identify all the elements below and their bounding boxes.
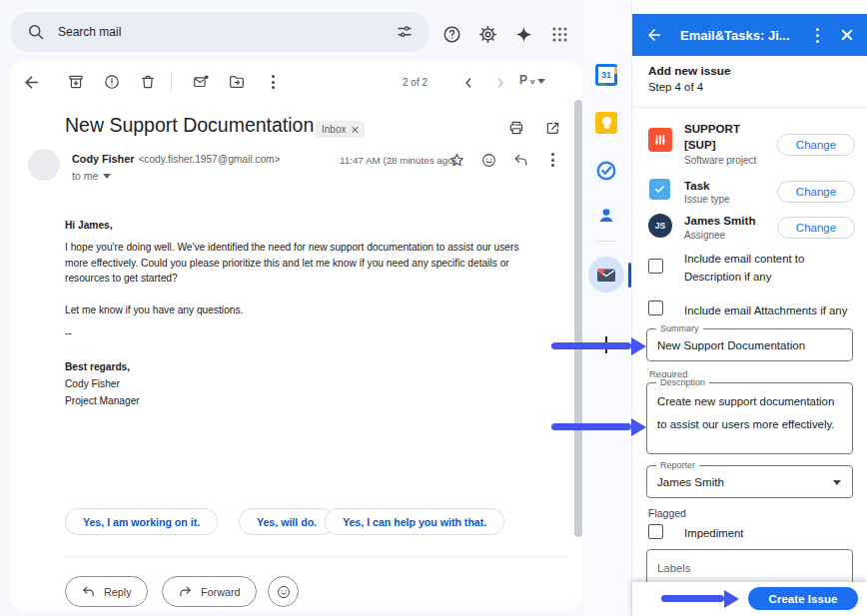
sender-email: <cody.fisher.1957@gmail.com> xyxy=(138,154,280,165)
move-to-folder-icon[interactable] xyxy=(226,71,248,93)
issue-type-name: Task xyxy=(684,178,710,194)
inbox-label-chip[interactable]: Inbox xyxy=(316,121,365,138)
strip-divider xyxy=(596,241,616,242)
archive-icon[interactable] xyxy=(65,71,87,93)
issue-type-sub: Issue type xyxy=(684,194,730,205)
pagination-counter: 2 of 2 xyxy=(403,77,428,88)
email-card: 2 of 2 P v New Support Documentation Inb… xyxy=(10,60,582,611)
sender-avatar[interactable] xyxy=(28,149,60,181)
panel-heading: Add new issue xyxy=(648,64,731,78)
help-icon[interactable] xyxy=(439,22,463,46)
search-options-icon[interactable] xyxy=(396,23,414,41)
open-in-new-icon[interactable] xyxy=(541,117,563,139)
change-project-button[interactable]: Change xyxy=(777,134,855,156)
recipient-dropdown[interactable]: to me xyxy=(72,170,111,182)
project-sub: Software project xyxy=(684,155,756,166)
forward-button[interactable]: Forward xyxy=(162,576,257,607)
email-scrollbar[interactable] xyxy=(574,100,582,537)
apps-grid-icon[interactable] xyxy=(547,22,571,46)
print-icon[interactable] xyxy=(505,117,527,139)
signature-line: Best regards, xyxy=(65,359,534,375)
dropdown-caret-icon xyxy=(833,480,841,485)
jira-addon-panel: Email&Tasks: Ji... Add new issue Step 4 … xyxy=(631,0,867,616)
back-arrow-icon[interactable] xyxy=(645,26,663,44)
mark-unread-icon[interactable] xyxy=(190,71,212,93)
description-field[interactable]: Description Create new support documenta… xyxy=(646,382,853,454)
reporter-select[interactable]: Reporter James Smith xyxy=(646,465,853,498)
add-emoji-button[interactable] xyxy=(268,576,299,607)
close-icon[interactable] xyxy=(840,28,854,42)
forward-arrow-icon xyxy=(178,584,193,599)
smart-reply-button[interactable]: Yes, will do. xyxy=(239,508,335,535)
summary-field[interactable]: Summary New Support Documentation xyxy=(646,328,853,361)
google-keep-icon[interactable] xyxy=(595,112,617,134)
email-paragraph: Let me know if you have any questions. xyxy=(65,303,534,318)
toolbar-divider xyxy=(171,73,172,91)
google-calendar-icon[interactable]: 31 xyxy=(595,64,617,86)
email-greeting: Hi James, xyxy=(65,218,534,234)
include-content-label: Include email content to Description if … xyxy=(684,251,862,286)
report-spam-icon[interactable] xyxy=(101,71,123,93)
annotation-arrow-summary xyxy=(551,342,631,349)
email-timestamp: 11:47 AM (28 minutes ago) xyxy=(340,155,456,166)
smart-reply-button[interactable]: Yes, I am working on it. xyxy=(65,508,218,535)
change-issue-type-button[interactable]: Change xyxy=(777,181,855,203)
smiley-icon xyxy=(276,584,292,600)
reading-pane-toggle[interactable]: P v xyxy=(519,74,545,86)
impediment-label: Impediment xyxy=(684,525,744,543)
include-content-checkbox[interactable] xyxy=(648,259,663,274)
signature-separator: -- xyxy=(65,325,534,341)
remove-label-icon[interactable] xyxy=(351,126,359,134)
addon-header: Email&Tasks: Ji... xyxy=(632,14,867,56)
reporter-select-label: Reporter xyxy=(656,460,699,470)
search-placeholder: Search mail xyxy=(58,25,121,39)
summary-field-label: Summary xyxy=(656,323,703,333)
description-field-label: Description xyxy=(656,377,709,387)
reply-button[interactable]: Reply xyxy=(65,576,148,607)
search-input[interactable]: Search mail xyxy=(10,12,430,52)
flagged-label: Flagged xyxy=(648,507,686,519)
email-tasks-addon-icon[interactable] xyxy=(588,257,624,293)
email-paragraph: I hope you're doing well. We've identifi… xyxy=(65,240,534,287)
project-icon xyxy=(648,128,672,152)
signature-line: Project Manager xyxy=(65,393,534,409)
star-icon[interactable] xyxy=(446,150,466,170)
assignee-name: James Smith xyxy=(684,213,756,229)
include-attachments-checkbox[interactable] xyxy=(648,301,663,315)
create-issue-button[interactable]: Create Issue xyxy=(748,587,858,610)
assignee-sub: Assignee xyxy=(684,230,725,241)
smart-reply-button[interactable]: Yes, I can help you with that. xyxy=(325,508,504,535)
newer-email-chevron-icon[interactable] xyxy=(457,72,479,94)
step-indicator: Step 4 of 4 xyxy=(648,81,703,93)
gemini-sparkle-icon[interactable] xyxy=(511,22,535,46)
reply-arrow-icon[interactable] xyxy=(510,150,530,170)
emoji-reaction-icon[interactable] xyxy=(478,150,498,170)
chevron-down-icon xyxy=(103,174,111,179)
older-email-chevron-icon[interactable] xyxy=(489,72,511,94)
sender-name: Cody Fisher xyxy=(72,153,134,165)
project-name: SUPPORT [SUP] xyxy=(684,121,748,152)
addon-title: Email&Tasks: Ji... xyxy=(680,28,790,43)
change-assignee-button[interactable]: Change xyxy=(777,217,855,239)
panel-divider xyxy=(632,107,867,108)
email-subject: New Support Documentation xyxy=(65,114,314,137)
annotation-arrow-description xyxy=(551,423,631,430)
google-contacts-icon[interactable] xyxy=(595,205,617,227)
settings-gear-icon[interactable] xyxy=(475,22,499,46)
issue-type-icon xyxy=(649,179,670,200)
search-icon[interactable] xyxy=(26,22,46,42)
addon-more-icon[interactable] xyxy=(810,28,824,43)
signature-line: Cody Fisher xyxy=(65,376,534,392)
more-options-icon[interactable] xyxy=(262,71,284,93)
message-more-icon[interactable] xyxy=(542,150,562,170)
annotation-arrow-create-issue xyxy=(661,595,724,602)
back-arrow-icon[interactable] xyxy=(20,71,42,93)
delete-trash-icon[interactable] xyxy=(137,71,159,93)
assignee-avatar: JS xyxy=(648,214,672,238)
impediment-checkbox[interactable] xyxy=(648,524,663,539)
description-field-value: Create new support documentation to assi… xyxy=(647,383,852,435)
side-panel-strip: 31 xyxy=(582,0,631,616)
chevron-down-icon xyxy=(537,79,545,84)
google-tasks-icon[interactable] xyxy=(595,160,617,182)
reply-arrow-icon xyxy=(81,584,96,599)
